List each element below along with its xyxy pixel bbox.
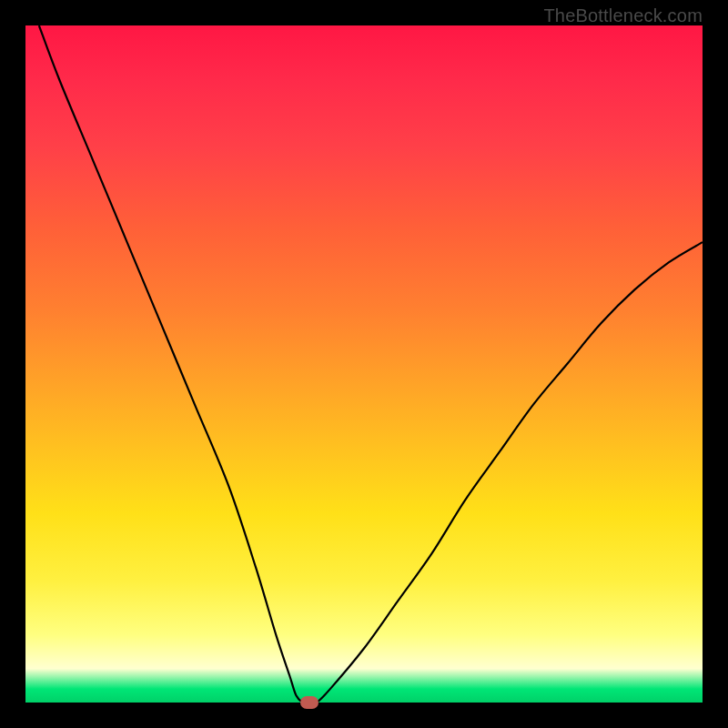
- curve-svg: [25, 25, 703, 703]
- bottleneck-curve: [39, 25, 703, 703]
- chart-frame: TheBottleneck.com: [0, 0, 728, 728]
- plot-area: [25, 25, 703, 703]
- watermark-text: TheBottleneck.com: [543, 5, 703, 26]
- optimum-marker: [300, 696, 318, 709]
